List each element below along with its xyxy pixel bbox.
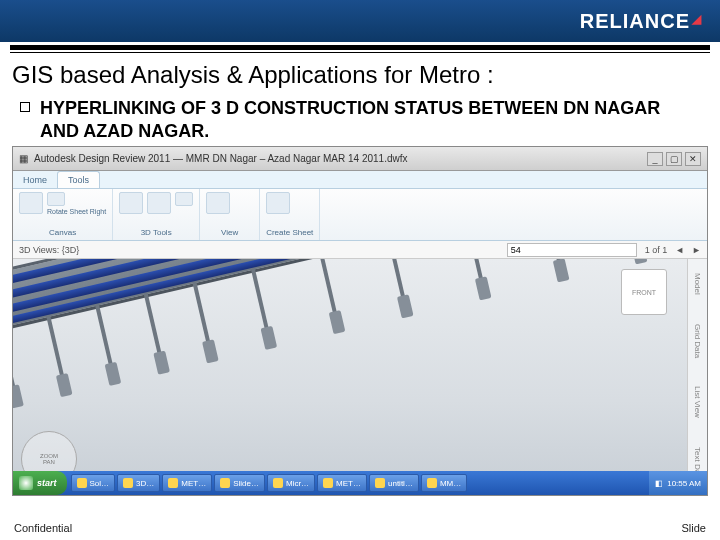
bullet-item: HYPERLINKING OF 3 D CONSTRUCTION STATUS …: [0, 95, 720, 146]
pier: [144, 293, 164, 362]
maximize-button[interactable]: ▢: [666, 152, 682, 166]
create-sheet-button[interactable]: [266, 192, 290, 214]
taskbar-button[interactable]: MET…: [162, 474, 212, 492]
slide-footer: Confidential Slide: [0, 516, 720, 540]
3d-viewport[interactable]: FRONT ZOOM PAN: [13, 259, 687, 495]
view-group-label: View: [206, 228, 253, 237]
snapshot-button[interactable]: [206, 192, 230, 214]
ribbon-group-3d: 3D Tools: [113, 189, 200, 240]
bullet-marker-icon: [20, 102, 30, 112]
app-thumb-icon: [323, 478, 333, 488]
pier: [46, 315, 66, 384]
3d-group-label: 3D Tools: [119, 228, 193, 237]
section-xz-button[interactable]: [175, 192, 193, 206]
footer-right: Slide: [682, 522, 706, 534]
window-titlebar[interactable]: ▦ Autodesk Design Review 2011 — MMR DN N…: [13, 147, 707, 171]
ribbon-tabstrip: Home Tools: [13, 171, 707, 189]
app-thumb-icon: [77, 478, 87, 488]
bullet-text: HYPERLINKING OF 3 D CONSTRUCTION STATUS …: [40, 97, 700, 142]
windows-taskbar: start Sol… 3D… MET… Slide… Micr… MET… un…: [13, 471, 707, 495]
brand-text: RELIANCE: [580, 10, 690, 33]
slide-header: RELIANCE ◢: [0, 0, 720, 42]
taskbar-button[interactable]: MET…: [317, 474, 367, 492]
pier: [192, 282, 212, 351]
pier: [465, 259, 485, 288]
ribbon-group-view: View: [200, 189, 260, 240]
taskbar-button[interactable]: MM…: [421, 474, 467, 492]
canvas-group-label: Canvas: [19, 228, 106, 237]
pier: [251, 268, 271, 337]
view-name: 3D Views: {3D}: [19, 245, 79, 255]
pier: [95, 304, 115, 373]
embedded-app-window: ▦ Autodesk Design Review 2011 — MMR DN N…: [12, 146, 708, 496]
side-tab-model[interactable]: Model: [693, 273, 702, 295]
pier: [319, 259, 339, 322]
minimize-button[interactable]: _: [647, 152, 663, 166]
header-rule: [10, 45, 710, 50]
app-thumb-icon: [427, 478, 437, 488]
tab-tools[interactable]: Tools: [57, 171, 100, 188]
taskbar-button[interactable]: untitl…: [369, 474, 419, 492]
pier: [13, 327, 17, 396]
taskbar-button[interactable]: Sol…: [71, 474, 116, 492]
ribbon-group-canvas: Rotate Sheet Right Canvas: [13, 189, 113, 240]
start-button[interactable]: start: [13, 471, 67, 495]
pier: [387, 259, 407, 306]
taskbar-button[interactable]: 3D…: [117, 474, 160, 492]
tab-home[interactable]: Home: [13, 172, 57, 188]
taskbar-button[interactable]: Slide…: [214, 474, 265, 492]
brand-logo: RELIANCE ◢: [580, 10, 702, 33]
nav-prev-icon[interactable]: ◄: [675, 245, 684, 255]
app-thumb-icon: [123, 478, 133, 488]
section-face-button[interactable]: [147, 192, 171, 214]
pier: [543, 259, 563, 270]
ribbon: Rotate Sheet Right Canvas 3D Tools View …: [13, 189, 707, 241]
document-bar: 3D Views: {3D} 1 of 1 ◄ ►: [13, 241, 707, 259]
view-cube[interactable]: FRONT: [621, 269, 667, 315]
window-title-text: Autodesk Design Review 2011 — MMR DN Nag…: [34, 153, 408, 164]
move-rotate-button[interactable]: [119, 192, 143, 214]
app-thumb-icon: [220, 478, 230, 488]
side-tab-list[interactable]: List View: [693, 386, 702, 418]
app-thumb-icon: [273, 478, 283, 488]
sheet-group-label: Create Sheet: [266, 228, 313, 237]
page-input[interactable]: [507, 243, 637, 257]
clock: 10:55 AM: [667, 479, 701, 488]
footer-left: Confidential: [14, 522, 72, 534]
rotate-label: Rotate Sheet Right: [47, 208, 106, 215]
page-count: 1 of 1: [645, 245, 668, 255]
compare-sheets-button[interactable]: [19, 192, 43, 214]
system-tray[interactable]: ◧ 10:55 AM: [649, 471, 707, 495]
tray-icon: ◧: [655, 479, 663, 488]
windows-logo-icon: [19, 476, 33, 490]
start-label: start: [37, 478, 57, 488]
taskbar-button[interactable]: Micr…: [267, 474, 315, 492]
app-icon: ▦: [19, 153, 28, 164]
taskbar-items: Sol… 3D… MET… Slide… Micr… MET… untitl… …: [67, 474, 650, 492]
close-button[interactable]: ✕: [685, 152, 701, 166]
brand-accent-icon: ◢: [692, 12, 702, 26]
rotate-sheet-button[interactable]: [47, 192, 65, 206]
right-side-tabs: Model Grid Data List View Text Data: [687, 259, 707, 495]
app-thumb-icon: [168, 478, 178, 488]
slide-title: GIS based Analysis & Applications for Me…: [0, 53, 720, 95]
nav-next-icon[interactable]: ►: [692, 245, 701, 255]
side-tab-grid[interactable]: Grid Data: [693, 324, 702, 358]
ribbon-group-sheet: Create Sheet: [260, 189, 320, 240]
app-thumb-icon: [375, 478, 385, 488]
